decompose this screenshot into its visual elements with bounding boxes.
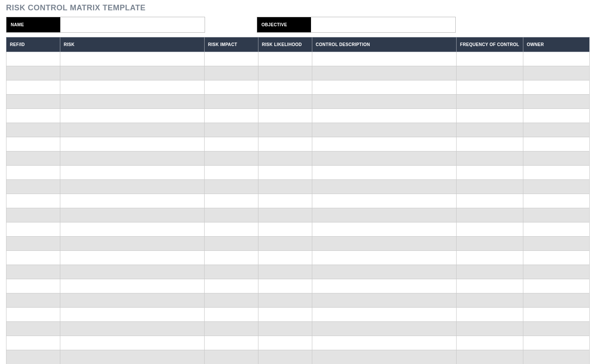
cell-impact[interactable] bbox=[205, 194, 258, 208]
cell-owner[interactable] bbox=[523, 251, 590, 265]
cell-impact[interactable] bbox=[205, 308, 258, 322]
cell-ref[interactable] bbox=[6, 95, 60, 109]
cell-frequency[interactable] bbox=[457, 350, 523, 364]
cell-risk[interactable] bbox=[60, 180, 205, 194]
cell-owner[interactable] bbox=[523, 350, 590, 364]
cell-impact[interactable] bbox=[205, 151, 258, 166]
cell-risk[interactable] bbox=[60, 151, 205, 166]
cell-frequency[interactable] bbox=[457, 222, 523, 237]
cell-risk[interactable] bbox=[60, 137, 205, 151]
cell-impact[interactable] bbox=[205, 123, 258, 137]
cell-risk[interactable] bbox=[60, 265, 205, 279]
cell-likelihood[interactable] bbox=[258, 194, 312, 208]
cell-ref[interactable] bbox=[6, 52, 60, 66]
cell-owner[interactable] bbox=[523, 166, 590, 180]
cell-frequency[interactable] bbox=[457, 251, 523, 265]
cell-ref[interactable] bbox=[6, 180, 60, 194]
cell-frequency[interactable] bbox=[457, 279, 523, 293]
cell-impact[interactable] bbox=[205, 251, 258, 265]
cell-control[interactable] bbox=[312, 237, 457, 251]
cell-frequency[interactable] bbox=[457, 151, 523, 166]
cell-owner[interactable] bbox=[523, 80, 590, 95]
cell-control[interactable] bbox=[312, 109, 457, 123]
cell-control[interactable] bbox=[312, 265, 457, 279]
cell-ref[interactable] bbox=[6, 109, 60, 123]
name-input[interactable] bbox=[60, 17, 205, 32]
cell-likelihood[interactable] bbox=[258, 166, 312, 180]
cell-impact[interactable] bbox=[205, 137, 258, 151]
cell-risk[interactable] bbox=[60, 350, 205, 364]
cell-frequency[interactable] bbox=[457, 208, 523, 222]
cell-ref[interactable] bbox=[6, 308, 60, 322]
cell-control[interactable] bbox=[312, 137, 457, 151]
objective-input[interactable] bbox=[311, 17, 455, 32]
cell-impact[interactable] bbox=[205, 166, 258, 180]
cell-control[interactable] bbox=[312, 279, 457, 293]
cell-owner[interactable] bbox=[523, 208, 590, 222]
cell-owner[interactable] bbox=[523, 137, 590, 151]
cell-risk[interactable] bbox=[60, 251, 205, 265]
cell-impact[interactable] bbox=[205, 237, 258, 251]
cell-owner[interactable] bbox=[523, 66, 590, 80]
cell-ref[interactable] bbox=[6, 222, 60, 237]
cell-likelihood[interactable] bbox=[258, 279, 312, 293]
cell-risk[interactable] bbox=[60, 95, 205, 109]
cell-frequency[interactable] bbox=[457, 166, 523, 180]
cell-ref[interactable] bbox=[6, 279, 60, 293]
cell-control[interactable] bbox=[312, 66, 457, 80]
cell-likelihood[interactable] bbox=[258, 336, 312, 350]
cell-risk[interactable] bbox=[60, 208, 205, 222]
cell-ref[interactable] bbox=[6, 293, 60, 308]
cell-frequency[interactable] bbox=[457, 265, 523, 279]
cell-likelihood[interactable] bbox=[258, 66, 312, 80]
cell-likelihood[interactable] bbox=[258, 308, 312, 322]
cell-ref[interactable] bbox=[6, 322, 60, 336]
cell-likelihood[interactable] bbox=[258, 322, 312, 336]
cell-likelihood[interactable] bbox=[258, 208, 312, 222]
cell-control[interactable] bbox=[312, 95, 457, 109]
cell-ref[interactable] bbox=[6, 208, 60, 222]
cell-control[interactable] bbox=[312, 308, 457, 322]
cell-control[interactable] bbox=[312, 336, 457, 350]
cell-impact[interactable] bbox=[205, 279, 258, 293]
cell-owner[interactable] bbox=[523, 322, 590, 336]
cell-ref[interactable] bbox=[6, 66, 60, 80]
cell-likelihood[interactable] bbox=[258, 237, 312, 251]
cell-risk[interactable] bbox=[60, 222, 205, 237]
cell-owner[interactable] bbox=[523, 336, 590, 350]
cell-impact[interactable] bbox=[205, 222, 258, 237]
cell-risk[interactable] bbox=[60, 66, 205, 80]
cell-ref[interactable] bbox=[6, 137, 60, 151]
cell-likelihood[interactable] bbox=[258, 350, 312, 364]
cell-likelihood[interactable] bbox=[258, 52, 312, 66]
cell-risk[interactable] bbox=[60, 308, 205, 322]
cell-control[interactable] bbox=[312, 52, 457, 66]
cell-likelihood[interactable] bbox=[258, 95, 312, 109]
cell-ref[interactable] bbox=[6, 336, 60, 350]
cell-frequency[interactable] bbox=[457, 308, 523, 322]
cell-ref[interactable] bbox=[6, 123, 60, 137]
cell-owner[interactable] bbox=[523, 194, 590, 208]
cell-risk[interactable] bbox=[60, 109, 205, 123]
cell-frequency[interactable] bbox=[457, 293, 523, 308]
cell-control[interactable] bbox=[312, 151, 457, 166]
cell-owner[interactable] bbox=[523, 95, 590, 109]
cell-impact[interactable] bbox=[205, 293, 258, 308]
cell-frequency[interactable] bbox=[457, 194, 523, 208]
cell-owner[interactable] bbox=[523, 293, 590, 308]
cell-risk[interactable] bbox=[60, 293, 205, 308]
cell-frequency[interactable] bbox=[457, 336, 523, 350]
cell-likelihood[interactable] bbox=[258, 80, 312, 95]
cell-frequency[interactable] bbox=[457, 95, 523, 109]
cell-control[interactable] bbox=[312, 293, 457, 308]
cell-owner[interactable] bbox=[523, 151, 590, 166]
cell-risk[interactable] bbox=[60, 80, 205, 95]
cell-impact[interactable] bbox=[205, 322, 258, 336]
cell-owner[interactable] bbox=[523, 308, 590, 322]
cell-control[interactable] bbox=[312, 222, 457, 237]
cell-ref[interactable] bbox=[6, 265, 60, 279]
cell-ref[interactable] bbox=[6, 237, 60, 251]
cell-frequency[interactable] bbox=[457, 137, 523, 151]
cell-control[interactable] bbox=[312, 180, 457, 194]
cell-impact[interactable] bbox=[205, 350, 258, 364]
